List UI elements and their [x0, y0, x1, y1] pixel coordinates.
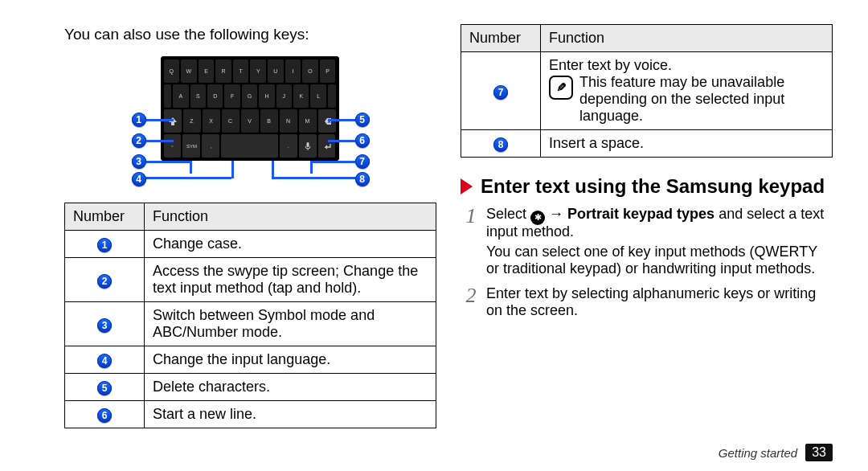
- row-badge-8: 8: [493, 137, 508, 152]
- th-function: Function: [541, 25, 833, 52]
- step1-b: →: [549, 206, 567, 222]
- table-row: 7 Enter text by voice. This feature may …: [461, 52, 833, 130]
- footer-section: Getting started: [719, 446, 797, 460]
- keyboard-figure: QWERT YUIOP ASDFG HJKL ZXCV BNM: [114, 56, 387, 193]
- page-footer: Getting started 33: [719, 444, 833, 461]
- callout-badge-1: 1: [132, 113, 146, 127]
- step1-a: Select: [486, 206, 530, 222]
- step-2: 2 Enter text by selecting alphanumeric k…: [461, 285, 833, 319]
- callout-badge-4: 4: [132, 172, 146, 186]
- row-badge-2: 2: [97, 274, 112, 289]
- step-1: 1 Select → Portrait keypad types and sel…: [461, 206, 833, 277]
- row-func: Enter text by voice. This feature may be…: [541, 52, 833, 130]
- table-row: 1 Change case.: [65, 231, 436, 258]
- row-badge-3: 3: [97, 318, 112, 333]
- table-row: 6 Start a new line.: [65, 401, 436, 428]
- left-function-table: Number Function 1 Change case. 2 Access …: [64, 203, 436, 428]
- callout-badge-2: 2: [132, 133, 146, 148]
- row-badge-1: 1: [97, 238, 112, 252]
- note-icon: [549, 76, 573, 100]
- row-func: Change the input language.: [145, 346, 436, 374]
- right-function-table: Number Function 7 Enter text by voice. T…: [461, 24, 833, 158]
- step1-note: You can select one of key input methods …: [486, 244, 833, 277]
- row-func: Access the swype tip screen; Change the …: [145, 258, 436, 302]
- table-row: 8 Insert a space.: [461, 130, 833, 158]
- callout-badge-7: 7: [355, 154, 370, 169]
- th-function: Function: [145, 203, 436, 231]
- step2-text: Enter text by selecting alphanumeric key…: [486, 285, 816, 318]
- steps-list: 1 Select → Portrait keypad types and sel…: [461, 206, 833, 327]
- step1-bold: Portrait keypad types: [567, 206, 714, 222]
- row-func: Change case.: [145, 231, 436, 258]
- callout-badge-6: 6: [355, 133, 370, 148]
- row-badge-5: 5: [97, 381, 112, 395]
- table-row: 5 Delete characters.: [65, 374, 436, 401]
- th-number: Number: [65, 203, 145, 231]
- return-key-icon: [318, 134, 336, 158]
- row-func: Start a new line.: [145, 401, 436, 428]
- section-title: Enter text using the Samsung keypad: [481, 175, 825, 198]
- row-func: Insert a space.: [541, 130, 833, 158]
- page-number: 33: [805, 444, 833, 461]
- row-badge-7: 7: [493, 85, 508, 100]
- table-row: 3 Switch between Symbol mode and ABC/Num…: [65, 302, 436, 346]
- table-row: 2 Access the swype tip screen; Change th…: [65, 258, 436, 302]
- row-func: Delete characters.: [145, 374, 436, 401]
- callout-badge-5: 5: [355, 113, 370, 127]
- table-row: 4 Change the input language.: [65, 346, 436, 374]
- intro-text: You can also use the following keys:: [64, 26, 436, 43]
- mic-key-icon: [299, 134, 317, 158]
- section-heading: Enter text using the Samsung keypad: [461, 175, 833, 198]
- callout-badge-3: 3: [132, 154, 146, 169]
- keyboard-image: QWERT YUIOP ASDFG HJKL ZXCV BNM: [161, 56, 339, 161]
- gear-icon: [530, 211, 545, 225]
- row-badge-4: 4: [97, 354, 112, 368]
- callout-badge-8: 8: [355, 172, 370, 186]
- row7-line1: Enter text by voice.: [549, 57, 824, 74]
- row-func: Switch between Symbol mode and ABC/Numbe…: [145, 302, 436, 346]
- space-key-icon: [221, 134, 277, 158]
- option-key-icon: ◦: [164, 134, 182, 158]
- row7-note: This feature may be unavailable dependin…: [579, 74, 824, 125]
- chevron-right-icon: [461, 178, 473, 195]
- row-badge-6: 6: [97, 408, 112, 423]
- sym-key-icon: SYM: [182, 134, 200, 158]
- th-number: Number: [461, 25, 541, 52]
- svg-rect-0: [306, 142, 309, 147]
